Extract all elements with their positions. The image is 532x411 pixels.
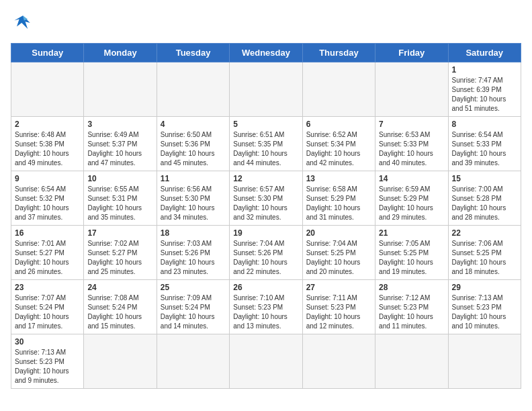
day-number: 11 bbox=[161, 174, 226, 183]
calendar-table: SundayMondayTuesdayWednesdayThursdayFrid… bbox=[11, 43, 521, 389]
logo-bird-icon bbox=[11, 11, 35, 35]
day-number: 9 bbox=[15, 174, 80, 183]
day-number: 5 bbox=[233, 120, 298, 129]
day-number: 15 bbox=[452, 174, 517, 183]
calendar-cell bbox=[230, 62, 302, 117]
day-info: Sunrise: 7:02 AM Sunset: 5:27 PM Dayligh… bbox=[87, 239, 152, 277]
day-header-saturday: Saturday bbox=[448, 44, 521, 62]
day-number: 25 bbox=[161, 283, 226, 292]
calendar-cell: 28Sunrise: 7:12 AM Sunset: 5:23 PM Dayli… bbox=[375, 280, 448, 334]
day-info: Sunrise: 6:53 AM Sunset: 5:33 PM Dayligh… bbox=[379, 130, 444, 168]
day-number: 14 bbox=[379, 174, 444, 183]
day-info: Sunrise: 6:54 AM Sunset: 5:32 PM Dayligh… bbox=[15, 185, 80, 222]
day-header-thursday: Thursday bbox=[302, 44, 375, 62]
day-number: 26 bbox=[233, 283, 298, 292]
day-number: 3 bbox=[87, 120, 152, 129]
day-info: Sunrise: 7:04 AM Sunset: 5:25 PM Dayligh… bbox=[306, 239, 371, 277]
day-number: 18 bbox=[161, 228, 226, 238]
day-info: Sunrise: 7:10 AM Sunset: 5:23 PM Dayligh… bbox=[233, 293, 298, 331]
calendar-cell: 27Sunrise: 7:11 AM Sunset: 5:23 PM Dayli… bbox=[302, 280, 375, 334]
day-info: Sunrise: 7:08 AM Sunset: 5:24 PM Dayligh… bbox=[87, 293, 152, 331]
calendar-cell: 24Sunrise: 7:08 AM Sunset: 5:24 PM Dayli… bbox=[84, 280, 157, 334]
day-info: Sunrise: 6:50 AM Sunset: 5:36 PM Dayligh… bbox=[161, 130, 226, 168]
day-info: Sunrise: 7:13 AM Sunset: 5:23 PM Dayligh… bbox=[452, 293, 517, 331]
day-header-friday: Friday bbox=[375, 44, 448, 62]
calendar-cell: 19Sunrise: 7:04 AM Sunset: 5:26 PM Dayli… bbox=[230, 226, 302, 280]
page-header bbox=[11, 11, 521, 35]
calendar-cell: 13Sunrise: 6:58 AM Sunset: 5:29 PM Dayli… bbox=[302, 171, 375, 226]
day-number: 30 bbox=[15, 337, 80, 347]
day-info: Sunrise: 7:01 AM Sunset: 5:27 PM Dayligh… bbox=[15, 239, 80, 277]
calendar-cell bbox=[302, 62, 375, 117]
calendar-cell: 20Sunrise: 7:04 AM Sunset: 5:25 PM Dayli… bbox=[302, 226, 375, 280]
day-info: Sunrise: 6:49 AM Sunset: 5:37 PM Dayligh… bbox=[87, 130, 152, 168]
day-info: Sunrise: 6:54 AM Sunset: 5:33 PM Dayligh… bbox=[452, 130, 517, 168]
calendar-cell: 9Sunrise: 6:54 AM Sunset: 5:32 PM Daylig… bbox=[11, 171, 84, 226]
day-info: Sunrise: 6:51 AM Sunset: 5:35 PM Dayligh… bbox=[233, 130, 298, 168]
day-number: 10 bbox=[87, 174, 152, 183]
calendar-cell: 12Sunrise: 6:57 AM Sunset: 5:30 PM Dayli… bbox=[230, 171, 302, 226]
day-number: 27 bbox=[306, 283, 371, 292]
calendar-cell bbox=[230, 334, 302, 389]
calendar-cell: 11Sunrise: 6:56 AM Sunset: 5:30 PM Dayli… bbox=[157, 171, 229, 226]
calendar-cell: 30Sunrise: 7:13 AM Sunset: 5:23 PM Dayli… bbox=[11, 334, 84, 389]
week-row-3: 9Sunrise: 6:54 AM Sunset: 5:32 PM Daylig… bbox=[11, 171, 521, 226]
calendar-cell bbox=[375, 334, 448, 389]
calendar-cell bbox=[84, 62, 157, 117]
week-row-4: 16Sunrise: 7:01 AM Sunset: 5:27 PM Dayli… bbox=[11, 226, 521, 280]
calendar-cell: 3Sunrise: 6:49 AM Sunset: 5:37 PM Daylig… bbox=[84, 117, 157, 171]
day-info: Sunrise: 7:03 AM Sunset: 5:26 PM Dayligh… bbox=[161, 239, 226, 277]
calendar-cell: 22Sunrise: 7:06 AM Sunset: 5:25 PM Dayli… bbox=[448, 226, 521, 280]
day-info: Sunrise: 7:13 AM Sunset: 5:23 PM Dayligh… bbox=[15, 348, 80, 385]
calendar-cell bbox=[448, 334, 521, 389]
day-info: Sunrise: 6:58 AM Sunset: 5:29 PM Dayligh… bbox=[306, 185, 371, 222]
logo bbox=[11, 11, 38, 35]
day-info: Sunrise: 6:56 AM Sunset: 5:30 PM Dayligh… bbox=[161, 185, 226, 222]
day-number: 7 bbox=[379, 120, 444, 129]
day-header-tuesday: Tuesday bbox=[157, 44, 229, 62]
week-row-1: 1Sunrise: 7:47 AM Sunset: 6:39 PM Daylig… bbox=[11, 62, 521, 117]
day-number: 4 bbox=[161, 120, 226, 129]
calendar-cell bbox=[157, 334, 229, 389]
day-info: Sunrise: 7:47 AM Sunset: 6:39 PM Dayligh… bbox=[452, 76, 517, 113]
day-info: Sunrise: 6:59 AM Sunset: 5:29 PM Dayligh… bbox=[379, 185, 444, 222]
calendar-cell: 8Sunrise: 6:54 AM Sunset: 5:33 PM Daylig… bbox=[448, 117, 521, 171]
calendar-cell: 15Sunrise: 7:00 AM Sunset: 5:28 PM Dayli… bbox=[448, 171, 521, 226]
calendar-cell bbox=[375, 62, 448, 117]
day-headers-row: SundayMondayTuesdayWednesdayThursdayFrid… bbox=[11, 44, 521, 62]
day-number: 2 bbox=[15, 120, 80, 129]
day-number: 29 bbox=[452, 283, 517, 292]
calendar-cell bbox=[302, 334, 375, 389]
calendar-cell: 17Sunrise: 7:02 AM Sunset: 5:27 PM Dayli… bbox=[84, 226, 157, 280]
day-header-sunday: Sunday bbox=[11, 44, 84, 62]
day-info: Sunrise: 6:55 AM Sunset: 5:31 PM Dayligh… bbox=[87, 185, 152, 222]
svg-marker-0 bbox=[14, 15, 30, 29]
calendar-cell: 25Sunrise: 7:09 AM Sunset: 5:24 PM Dayli… bbox=[157, 280, 229, 334]
calendar-cell: 2Sunrise: 6:48 AM Sunset: 5:38 PM Daylig… bbox=[11, 117, 84, 171]
day-info: Sunrise: 6:48 AM Sunset: 5:38 PM Dayligh… bbox=[15, 130, 80, 168]
week-row-6: 30Sunrise: 7:13 AM Sunset: 5:23 PM Dayli… bbox=[11, 334, 521, 389]
calendar-cell: 26Sunrise: 7:10 AM Sunset: 5:23 PM Dayli… bbox=[230, 280, 302, 334]
calendar-cell bbox=[157, 62, 229, 117]
day-number: 28 bbox=[379, 283, 444, 292]
day-info: Sunrise: 7:07 AM Sunset: 5:24 PM Dayligh… bbox=[15, 293, 80, 331]
day-info: Sunrise: 7:09 AM Sunset: 5:24 PM Dayligh… bbox=[161, 293, 226, 331]
day-number: 19 bbox=[233, 228, 298, 238]
calendar-cell: 18Sunrise: 7:03 AM Sunset: 5:26 PM Dayli… bbox=[157, 226, 229, 280]
day-info: Sunrise: 7:00 AM Sunset: 5:28 PM Dayligh… bbox=[452, 185, 517, 222]
day-number: 23 bbox=[15, 283, 80, 292]
calendar-cell: 6Sunrise: 6:52 AM Sunset: 5:34 PM Daylig… bbox=[302, 117, 375, 171]
calendar-cell: 21Sunrise: 7:05 AM Sunset: 5:25 PM Dayli… bbox=[375, 226, 448, 280]
calendar-cell: 23Sunrise: 7:07 AM Sunset: 5:24 PM Dayli… bbox=[11, 280, 84, 334]
calendar-cell: 7Sunrise: 6:53 AM Sunset: 5:33 PM Daylig… bbox=[375, 117, 448, 171]
day-number: 16 bbox=[15, 228, 80, 238]
calendar-cell: 10Sunrise: 6:55 AM Sunset: 5:31 PM Dayli… bbox=[84, 171, 157, 226]
day-number: 20 bbox=[306, 228, 371, 238]
day-info: Sunrise: 7:06 AM Sunset: 5:25 PM Dayligh… bbox=[452, 239, 517, 277]
day-info: Sunrise: 7:11 AM Sunset: 5:23 PM Dayligh… bbox=[306, 293, 371, 331]
calendar-cell: 29Sunrise: 7:13 AM Sunset: 5:23 PM Dayli… bbox=[448, 280, 521, 334]
calendar-cell: 5Sunrise: 6:51 AM Sunset: 5:35 PM Daylig… bbox=[230, 117, 302, 171]
calendar-cell bbox=[84, 334, 157, 389]
day-header-wednesday: Wednesday bbox=[230, 44, 302, 62]
day-number: 12 bbox=[233, 174, 298, 183]
